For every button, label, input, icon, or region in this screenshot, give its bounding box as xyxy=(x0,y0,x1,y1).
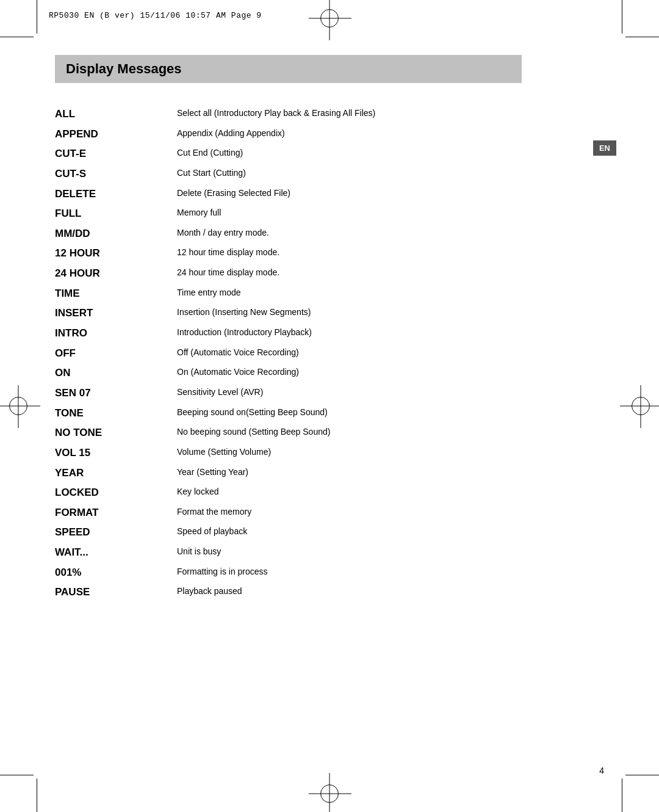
term-cell: ON xyxy=(55,363,177,383)
term-cell: INTRO xyxy=(55,324,177,344)
description-cell: Volume (Setting Volume) xyxy=(177,443,604,463)
description-cell: On (Automatic Voice Recording) xyxy=(177,363,604,383)
crop-mark-bottom-left xyxy=(37,778,37,812)
description-cell: Cut Start (Cutting) xyxy=(177,164,604,184)
table-row: FORMATFormat the memory xyxy=(55,503,604,523)
description-cell: 24 hour time display mode. xyxy=(177,264,604,284)
table-row: FULLMemory full xyxy=(55,204,604,224)
term-cell: PAUSE xyxy=(55,582,177,603)
term-cell: OFF xyxy=(55,344,177,364)
table-row: TIMETime entry mode xyxy=(55,284,604,304)
description-cell: Unit is busy xyxy=(177,543,604,563)
title-bar: Display Messages xyxy=(55,55,522,83)
messages-table: ALLSelect all (Introductory Play back & … xyxy=(55,104,604,603)
table-row: TONEBeeping sound on(Setting Beep Sound) xyxy=(55,404,604,424)
term-cell: VOL 15 xyxy=(55,443,177,463)
description-cell: Insertion (Inserting New Segments) xyxy=(177,303,604,324)
page-header: RP5030 EN (B ver) 15/11/06 10:57 AM Page… xyxy=(49,11,610,20)
term-cell: APPEND xyxy=(55,125,177,145)
crop-mark-right-top xyxy=(625,37,659,37)
description-cell: 12 hour time display mode. xyxy=(177,244,604,264)
description-cell: No beeping sound (Setting Beep Sound) xyxy=(177,423,604,443)
table-row: ALLSelect all (Introductory Play back & … xyxy=(55,104,604,125)
term-cell: 001% xyxy=(55,563,177,583)
table-row: SPEEDSpeed of playback xyxy=(55,523,604,543)
crop-mark-top-right xyxy=(622,0,622,34)
table-row: 001%Formatting is in process xyxy=(55,563,604,583)
description-cell: Time entry mode xyxy=(177,284,604,304)
description-cell: Speed of playback xyxy=(177,523,604,543)
term-cell: FULL xyxy=(55,204,177,224)
description-cell: Appendix (Adding Appendix) xyxy=(177,125,604,145)
table-row: NO TONENo beeping sound (Setting Beep So… xyxy=(55,423,604,443)
table-row: SEN 07Sensitivity Level (AVR) xyxy=(55,383,604,404)
description-cell: Cut End (Cutting) xyxy=(177,144,604,164)
table-row: INTROIntroduction (Introductory Playback… xyxy=(55,324,604,344)
term-cell: CUT-S xyxy=(55,164,177,184)
table-row: DELETEDelete (Erasing Selected File) xyxy=(55,184,604,205)
table-row: LOCKEDKey locked xyxy=(55,483,604,503)
description-cell: Introduction (Introductory Playback) xyxy=(177,324,604,344)
table-row: OFFOff (Automatic Voice Recording) xyxy=(55,344,604,364)
crop-mark-right-bottom xyxy=(625,775,659,775)
table-row: WAIT...Unit is busy xyxy=(55,543,604,563)
crop-mark-bottom-right xyxy=(622,778,622,812)
reg-mark-left xyxy=(9,397,27,415)
table-row: INSERTInsertion (Inserting New Segments) xyxy=(55,303,604,324)
table-row: CUT-SCut Start (Cutting) xyxy=(55,164,604,184)
term-cell: INSERT xyxy=(55,303,177,324)
page-number: 4 xyxy=(599,766,604,775)
description-cell: Year (Setting Year) xyxy=(177,463,604,484)
term-cell: CUT-E xyxy=(55,144,177,164)
term-cell: FORMAT xyxy=(55,503,177,523)
description-cell: Delete (Erasing Selected File) xyxy=(177,184,604,205)
description-cell: Memory full xyxy=(177,204,604,224)
description-cell: Select all (Introductory Play back & Era… xyxy=(177,104,604,125)
term-cell: YEAR xyxy=(55,463,177,484)
table-row: PAUSEPlayback paused xyxy=(55,582,604,603)
term-cell: ALL xyxy=(55,104,177,125)
crop-mark-top-left xyxy=(37,0,37,34)
table-row: MM/DDMonth / day entry mode. xyxy=(55,224,604,244)
term-cell: DELETE xyxy=(55,184,177,205)
table-row: APPENDAppendix (Adding Appendix) xyxy=(55,125,604,145)
description-cell: Off (Automatic Voice Recording) xyxy=(177,344,604,364)
term-cell: TIME xyxy=(55,284,177,304)
description-cell: Beeping sound on(Setting Beep Sound) xyxy=(177,404,604,424)
term-cell: SPEED xyxy=(55,523,177,543)
crop-mark-left-top xyxy=(0,37,34,37)
main-content: Display Messages ALLSelect all (Introduc… xyxy=(55,55,604,757)
term-cell: 12 HOUR xyxy=(55,244,177,264)
term-cell: WAIT... xyxy=(55,543,177,563)
term-cell: TONE xyxy=(55,404,177,424)
crop-mark-left-bottom xyxy=(0,775,34,775)
term-cell: NO TONE xyxy=(55,423,177,443)
description-cell: Key locked xyxy=(177,483,604,503)
term-cell: LOCKED xyxy=(55,483,177,503)
description-cell: Format the memory xyxy=(177,503,604,523)
term-cell: SEN 07 xyxy=(55,383,177,404)
reg-mark-bottom xyxy=(320,785,339,803)
reg-mark-right xyxy=(632,397,650,415)
table-row: ONOn (Automatic Voice Recording) xyxy=(55,363,604,383)
table-row: VOL 15Volume (Setting Volume) xyxy=(55,443,604,463)
term-cell: MM/DD xyxy=(55,224,177,244)
table-row: CUT-ECut End (Cutting) xyxy=(55,144,604,164)
page-title: Display Messages xyxy=(66,61,511,77)
term-cell: 24 HOUR xyxy=(55,264,177,284)
description-cell: Formatting is in process xyxy=(177,563,604,583)
description-cell: Sensitivity Level (AVR) xyxy=(177,383,604,404)
table-row: 12 HOUR12 hour time display mode. xyxy=(55,244,604,264)
description-cell: Playback paused xyxy=(177,582,604,603)
table-row: 24 HOUR24 hour time display mode. xyxy=(55,264,604,284)
table-row: YEARYear (Setting Year) xyxy=(55,463,604,484)
description-cell: Month / day entry mode. xyxy=(177,224,604,244)
